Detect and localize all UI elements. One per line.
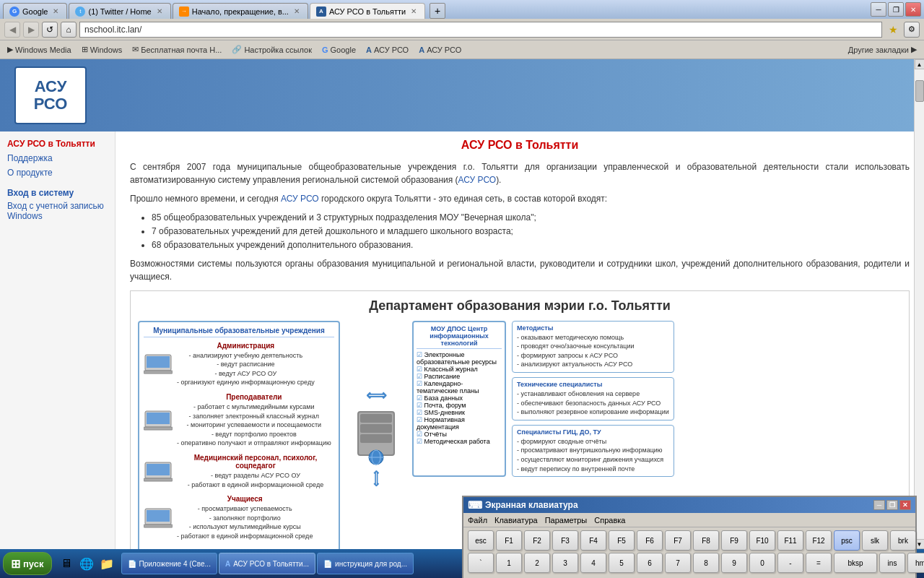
sidebar-section-login[interactable]: Вход в систему — [7, 188, 108, 198]
key-f7[interactable]: F7 — [665, 530, 691, 551]
key-4[interactable]: 4 — [580, 553, 606, 573]
osk-menu-file[interactable]: Файл — [468, 516, 487, 525]
key-backtick[interactable]: ` — [468, 553, 494, 573]
key-1[interactable]: 1 — [496, 553, 522, 573]
back-button[interactable]: ◀ — [4, 22, 20, 38]
key-7[interactable]: 7 — [665, 553, 691, 573]
osk-close-button[interactable]: ✕ — [899, 500, 911, 510]
osk-menu-keyboard[interactable]: Клавиатура — [494, 516, 538, 525]
key-psc[interactable]: psc — [834, 530, 860, 551]
tab-twitter[interactable]: t (1) Twitter / Home ✕ — [69, 3, 170, 19]
bookmark-star-button[interactable]: ★ — [885, 22, 901, 38]
diagram-left-panel: Муниципальные образовательные учреждения — [138, 321, 340, 549]
laptop-icon-teacher — [144, 410, 173, 431]
sidebar-link-asu[interactable]: АСУ РСО в Тольятти — [7, 139, 108, 149]
tab-label: Начало, прекращение, в... — [192, 7, 289, 16]
tab-google[interactable]: G Google ✕ — [3, 3, 67, 19]
tab-close-asu[interactable]: ✕ — [409, 7, 419, 17]
key-hm[interactable]: hm — [907, 553, 924, 573]
tools-button[interactable]: ⚙ — [904, 22, 920, 38]
bookmark-label: Google — [331, 46, 356, 54]
start-button[interactable]: ⊞ пуск — [3, 552, 52, 575]
bookmark-windows[interactable]: ⊞ Windows — [77, 43, 127, 57]
ie-button[interactable]: 🌐 — [78, 555, 95, 572]
forward-button[interactable]: ▶ — [23, 22, 39, 38]
key-f3[interactable]: F3 — [552, 530, 578, 551]
list-item-2: 7 образовательных учреждений для детей д… — [152, 225, 910, 238]
taskbar-item-asu[interactable]: А АСУ РСО в Тольятти... — [219, 553, 315, 574]
key-f6[interactable]: F6 — [637, 530, 663, 551]
sidebar-link-about[interactable]: О продукте — [7, 168, 108, 178]
article-link-asu1[interactable]: АСУ РСО — [458, 175, 497, 185]
panel-title-tech: Технические специалисты — [517, 381, 669, 388]
osk-menu-params[interactable]: Параметры — [545, 516, 588, 525]
bookmark-windows-media[interactable]: ▶ Windows Media — [3, 43, 76, 57]
bookmark-settings[interactable]: 🔗 Настройка ссылок — [227, 43, 316, 57]
key-2[interactable]: 2 — [524, 553, 550, 573]
new-tab-button[interactable]: + — [430, 3, 445, 19]
tab-asu[interactable]: А АСУ РСО в Тольятти ✕ — [310, 3, 425, 19]
diagram-panel-tech: Технические специалисты - устанавливают … — [512, 377, 674, 420]
key-9[interactable]: 9 — [721, 553, 747, 573]
key-equals[interactable]: = — [806, 553, 832, 573]
key-6[interactable]: 6 — [637, 553, 663, 573]
key-ins[interactable]: ins — [879, 553, 905, 573]
close-button[interactable]: ✕ — [905, 2, 921, 17]
key-8[interactable]: 8 — [693, 553, 719, 573]
bookmarks-other-label: Другие закладки — [848, 46, 909, 54]
bookmark-asu1[interactable]: А АСУ РСО — [362, 43, 413, 57]
home-button[interactable]: ⌂ — [61, 22, 77, 38]
key-backspace[interactable]: bksp — [834, 553, 877, 573]
refresh-button[interactable]: ↺ — [42, 22, 58, 38]
sidebar-link-windows-login[interactable]: Вход с учетной записью Windows — [7, 201, 108, 221]
article: АСУ РСО в Тольятти С сентября 2007 года … — [116, 131, 924, 549]
vertical-scrollbar[interactable]: ▲ ▼ — [914, 59, 924, 549]
key-slk[interactable]: slk — [862, 530, 888, 551]
minimize-button[interactable]: ─ — [871, 2, 886, 17]
key-0[interactable]: 0 — [749, 553, 775, 573]
bookmark-mail[interactable]: ✉ Бесплатная почта Н... — [128, 43, 226, 57]
key-f4[interactable]: F4 — [580, 530, 606, 551]
taskbar-item-app4[interactable]: 📄 Приложение 4 (Све... — [121, 553, 217, 574]
tab-close-twitter[interactable]: ✕ — [154, 7, 165, 17]
key-f5[interactable]: F5 — [609, 530, 635, 551]
tab-close-google[interactable]: ✕ — [51, 7, 61, 17]
diagram-right-top: МОУ ДПОС Центр информационных технологий… — [412, 321, 902, 478]
restore-button[interactable]: ❐ — [888, 2, 904, 17]
key-f10[interactable]: F10 — [749, 530, 775, 551]
key-f2[interactable]: F2 — [524, 530, 550, 551]
key-f12[interactable]: F12 — [806, 530, 832, 551]
tab-close-nachal[interactable]: ✕ — [292, 7, 302, 17]
center-list-title: МОУ ДПОС Центр информационных технологий — [417, 325, 502, 349]
scroll-thumb[interactable] — [915, 80, 924, 102]
key-esc[interactable]: esc — [468, 530, 494, 551]
key-f11[interactable]: F11 — [777, 530, 803, 551]
key-f1[interactable]: F1 — [496, 530, 522, 551]
osk-restore-button[interactable]: ❐ — [886, 500, 898, 510]
bookmark-asu2[interactable]: А АСУ РСО — [414, 43, 466, 57]
article-list: 85 общеобразовательных учреждений и 3 ст… — [152, 211, 910, 253]
tab-nachal[interactable]: → Начало, прекращение, в... ✕ — [173, 3, 308, 19]
scroll-up-arrow[interactable]: ▲ — [915, 59, 925, 69]
osk-menu-help[interactable]: Справка — [594, 516, 625, 525]
sidebar-link-support[interactable]: Поддержка — [7, 153, 108, 163]
article-link-asu2[interactable]: АСУ РСО — [281, 194, 319, 204]
key-f8[interactable]: F8 — [693, 530, 719, 551]
key-3[interactable]: 3 — [552, 553, 578, 573]
key-brk[interactable]: brk — [890, 530, 916, 551]
show-desktop-button[interactable]: 🖥 — [58, 555, 75, 572]
panel-items-gic: - формируют сводные отчёты- просматриваю… — [517, 437, 669, 473]
bookmark-google[interactable]: G Google — [318, 43, 360, 57]
osk-minimize-button[interactable]: ─ — [873, 500, 885, 510]
explorer-button[interactable]: 📁 — [98, 555, 116, 572]
address-bar[interactable]: nschool.itc.lan/ — [79, 22, 882, 38]
bookmarks-other-button[interactable]: Другие закладки ▶ — [844, 43, 921, 57]
diagram-role-teacher-items: - работает с мультимедийными курсами- за… — [177, 402, 331, 448]
key-f9[interactable]: F9 — [721, 530, 747, 551]
key-5[interactable]: 5 — [609, 553, 635, 573]
key-minus[interactable]: - — [777, 553, 803, 573]
tab-label: (1) Twitter / Home — [88, 7, 151, 16]
svg-rect-13 — [360, 414, 392, 423]
taskbar-item-instr[interactable]: 📄 инструкция для род... — [317, 553, 414, 574]
list-item-1: 85 общеобразовательных учреждений и 3 ст… — [152, 211, 910, 225]
